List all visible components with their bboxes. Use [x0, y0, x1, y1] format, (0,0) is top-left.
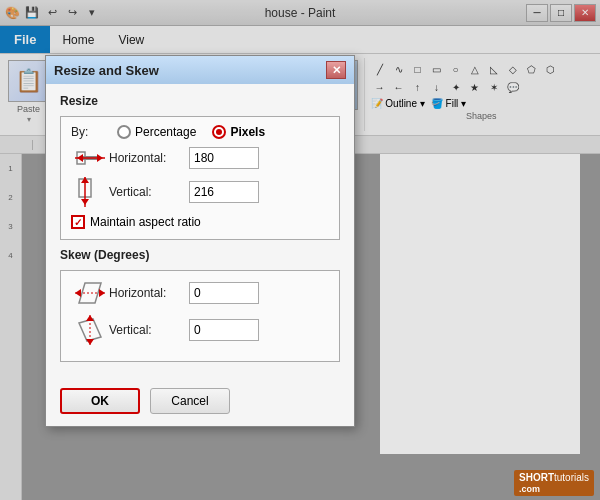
svg-marker-13: [79, 319, 101, 341]
dialog-body: Resize By: Percentage Pixels: [46, 84, 354, 380]
vertical-input[interactable]: [189, 181, 259, 203]
resize-section-box: By: Percentage Pixels: [60, 116, 340, 240]
svg-marker-11: [75, 289, 81, 297]
percentage-radio-label[interactable]: Percentage: [117, 125, 196, 139]
resize-vertical-row: Vertical:: [71, 177, 329, 207]
skew-section-box: Horizontal: Vertical:: [60, 270, 340, 362]
resize-horizontal-row: Horizontal:: [71, 147, 329, 169]
horizontal-input[interactable]: [189, 147, 259, 169]
skew-vertical-icon: [71, 315, 109, 345]
watermark-text: SHORTtutorials.com: [519, 472, 589, 494]
skew-vertical-label: Vertical:: [109, 323, 189, 337]
maintain-aspect-label: Maintain aspect ratio: [90, 215, 201, 229]
watermark: SHORTtutorials.com: [514, 470, 594, 496]
dialog-title: Resize and Skew: [54, 63, 159, 78]
resize-skew-dialog: Resize and Skew ✕ Resize By: Percentage …: [45, 55, 355, 427]
skew-horizontal-row: Horizontal:: [71, 279, 329, 307]
dialog-titlebar: Resize and Skew ✕: [46, 56, 354, 84]
skew-section-title: Skew (Degrees): [60, 248, 340, 262]
horizontal-arrow-icon: [75, 148, 105, 168]
maintain-aspect-checkbox[interactable]: [71, 215, 85, 229]
resize-vertical-icon: [71, 177, 109, 207]
svg-marker-16: [86, 339, 94, 345]
skew-v-icon: [75, 315, 105, 345]
resize-by-row: By: Percentage Pixels: [71, 125, 329, 139]
resize-horizontal-icon: [71, 148, 109, 168]
dialog-close-button[interactable]: ✕: [326, 61, 346, 79]
pixels-radio-label[interactable]: Pixels: [212, 125, 265, 139]
dialog-overlay: Resize and Skew ✕ Resize By: Percentage …: [0, 0, 600, 500]
skew-horizontal-label: Horizontal:: [109, 286, 189, 300]
skew-h-icon: [75, 279, 105, 307]
svg-marker-12: [99, 289, 105, 297]
dialog-footer: OK Cancel: [46, 380, 354, 426]
cancel-button[interactable]: Cancel: [150, 388, 230, 414]
skew-vertical-row: Vertical:: [71, 315, 329, 345]
skew-horizontal-input[interactable]: [189, 282, 259, 304]
vertical-arrow-icon: [75, 177, 105, 207]
percentage-radio[interactable]: [117, 125, 131, 139]
skew-horizontal-icon: [71, 279, 109, 307]
pixels-radio[interactable]: [212, 125, 226, 139]
resize-section-title: Resize: [60, 94, 340, 108]
percentage-label: Percentage: [135, 125, 196, 139]
skew-vertical-input[interactable]: [189, 319, 259, 341]
svg-marker-15: [86, 315, 94, 321]
vertical-label: Vertical:: [109, 185, 189, 199]
by-label: By:: [71, 125, 101, 139]
ok-button[interactable]: OK: [60, 388, 140, 414]
maintain-aspect-row: Maintain aspect ratio: [71, 215, 329, 229]
horizontal-label: Horizontal:: [109, 151, 189, 165]
pixels-label: Pixels: [230, 125, 265, 139]
svg-marker-9: [79, 283, 101, 303]
